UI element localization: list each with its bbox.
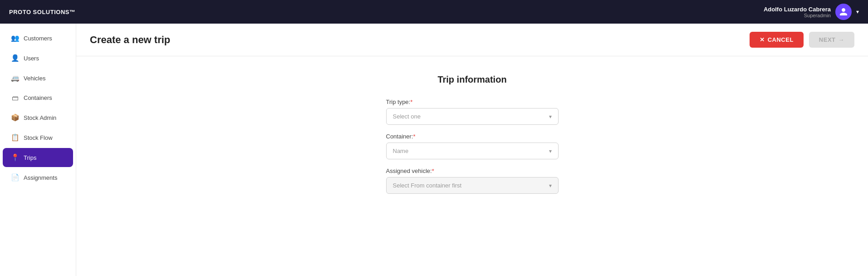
sidebar-item-vehicles[interactable]: 🚐 Vehicles [3,69,73,88]
next-label: NEXT [819,36,836,43]
sidebar-item-label: Vehicles [24,75,45,82]
users-icon: 👤 [11,54,19,62]
select-chevron-trip-type: ▾ [549,113,552,120]
label-assigned-vehicle: Assigned vehicle:* [386,168,559,174]
select-chevron-container: ▾ [549,148,552,154]
sidebar: 👥 Customers 👤 Users 🚐 Vehicles 🗃 Contain… [0,24,76,276]
page-title: Create a new trip [90,34,170,46]
page-header: Create a new trip ✕ CANCEL NEXT → [76,24,868,56]
form-section-title: Trip information [437,74,506,85]
required-indicator: * [432,168,434,174]
user-menu[interactable]: Adolfo Luzardo Cabrera Superadmin ▾ [764,4,859,20]
select-placeholder-container: Name [393,148,409,154]
sidebar-item-stock-admin[interactable]: 📦 Stock Admin [3,108,73,127]
trips-icon: 📍 [11,153,19,162]
form-group-assigned-vehicle: Assigned vehicle:* Select From container… [386,168,559,194]
customers-icon: 👥 [11,34,19,42]
sidebar-item-label: Containers [24,94,52,101]
form-group-trip-type: Trip type:* Select one ▾ [386,99,559,125]
sidebar-item-label: Users [24,55,39,62]
user-info: Adolfo Luzardo Cabrera Superadmin [764,6,831,18]
sidebar-item-stock-flow[interactable]: 📋 Stock Flow [3,128,73,147]
user-dropdown-chevron[interactable]: ▾ [856,9,859,15]
main-layout: 👥 Customers 👤 Users 🚐 Vehicles 🗃 Contain… [0,24,868,276]
sidebar-item-customers[interactable]: 👥 Customers [3,29,73,48]
sidebar-item-label: Trips [24,154,36,161]
sidebar-item-label: Stock Admin [24,114,56,121]
sidebar-item-users[interactable]: 👤 Users [3,49,73,68]
next-button[interactable]: NEXT → [809,32,854,48]
sidebar-item-assignments[interactable]: 📄 Assignments [3,168,73,187]
form-group-container: Container:* Name ▾ [386,133,559,159]
select-container[interactable]: Name ▾ [386,143,559,159]
cancel-button[interactable]: ✕ CANCEL [750,32,804,48]
next-arrow-icon: → [839,36,845,43]
label-trip-type: Trip type:* [386,99,559,105]
avatar[interactable] [835,4,852,20]
sidebar-item-containers[interactable]: 🗃 Containers [3,89,73,107]
brand-logo: PROTO SOLUTIONS™ [9,9,75,15]
label-container: Container:* [386,133,559,140]
select-chevron-assigned-vehicle: ▾ [549,182,552,189]
cancel-icon: ✕ [760,36,765,43]
stock-flow-icon: 📋 [11,133,19,142]
select-assigned-vehicle: Select From container first ▾ [386,177,559,194]
sidebar-item-label: Assignments [24,174,57,181]
required-indicator: * [413,133,415,140]
header-actions: ✕ CANCEL NEXT → [750,32,854,48]
assignments-icon: 📄 [11,173,19,182]
sidebar-item-label: Customers [24,35,52,42]
select-placeholder-assigned-vehicle: Select From container first [393,182,462,189]
content-area: Create a new trip ✕ CANCEL NEXT → Trip i… [76,24,868,276]
topbar: PROTO SOLUTIONS™ Adolfo Luzardo Cabrera … [0,0,868,24]
form-content: Trip information Trip type:* Select one … [76,56,868,276]
cancel-label: CANCEL [768,36,794,43]
stock-admin-icon: 📦 [11,113,19,122]
select-placeholder-trip-type: Select one [393,113,421,120]
sidebar-item-trips[interactable]: 📍 Trips [3,148,73,167]
sidebar-item-label: Stock Flow [24,134,53,141]
user-name: Adolfo Luzardo Cabrera [764,6,831,13]
user-role: Superadmin [764,13,831,18]
select-trip-type[interactable]: Select one ▾ [386,108,559,125]
vehicles-icon: 🚐 [11,74,19,82]
containers-icon: 🗃 [11,94,19,102]
required-indicator: * [410,99,412,105]
